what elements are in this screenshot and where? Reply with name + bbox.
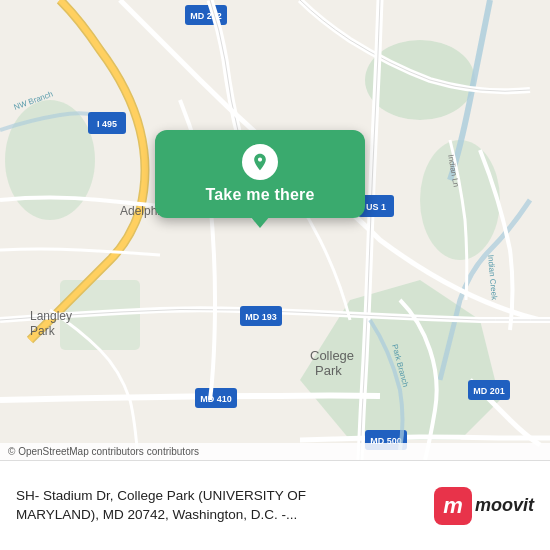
svg-text:MD 201: MD 201 <box>473 386 505 396</box>
svg-point-1 <box>420 140 500 260</box>
map-svg: I 495 MD 212 US 1 MD 193 MD 410 MD 500 <box>0 0 550 460</box>
attribution-text: © OpenStreetMap contributors <box>8 446 144 457</box>
moovit-brand-name: moovit <box>475 495 534 516</box>
address-text: SH- Stadium Dr, College Park (UNIVERSITY… <box>16 487 422 525</box>
svg-text:Langley: Langley <box>30 309 72 323</box>
attribution-extra: contributors <box>147 446 199 457</box>
svg-text:College: College <box>310 348 354 363</box>
info-panel: SH- Stadium Dr, College Park (UNIVERSITY… <box>0 460 550 550</box>
svg-text:I 495: I 495 <box>97 119 117 129</box>
moovit-m-logo: m <box>434 487 472 525</box>
svg-text:Indian Creek: Indian Creek <box>486 254 499 301</box>
svg-text:Park: Park <box>30 324 56 338</box>
location-pin-icon <box>250 152 270 172</box>
map-attribution: © OpenStreetMap contributors contributor… <box>0 443 550 460</box>
moovit-logo: m moovit <box>434 487 534 525</box>
svg-text:US 1: US 1 <box>366 202 386 212</box>
svg-text:Park: Park <box>315 363 342 378</box>
svg-text:MD 193: MD 193 <box>245 312 277 322</box>
address-info: SH- Stadium Dr, College Park (UNIVERSITY… <box>16 487 422 525</box>
popup-button-label: Take me there <box>205 186 314 218</box>
pin-icon-container <box>242 144 278 180</box>
map-container: I 495 MD 212 US 1 MD 193 MD 410 MD 500 <box>0 0 550 460</box>
svg-text:MD 410: MD 410 <box>200 394 232 404</box>
take-me-there-button[interactable]: Take me there <box>155 130 365 218</box>
